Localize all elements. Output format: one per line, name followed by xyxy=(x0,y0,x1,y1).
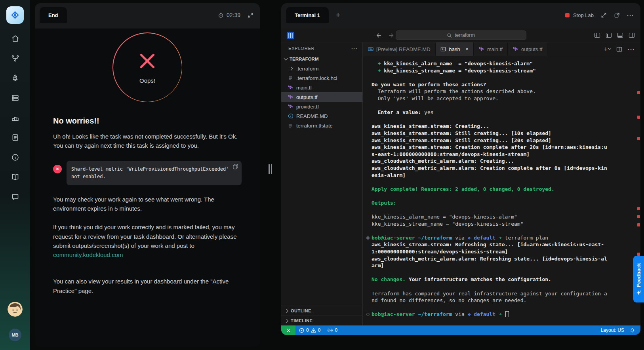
terminal-line: Terraform will perform the actions descr… xyxy=(372,88,609,95)
chevron-down-icon xyxy=(284,56,288,60)
chat-icon[interactable] xyxy=(11,192,19,201)
terminal-line xyxy=(372,227,609,234)
file-.terraform[interactable]: .terraform xyxy=(281,64,362,73)
file-provider.tf[interactable]: provider.tf xyxy=(281,102,362,111)
tab-end[interactable]: End xyxy=(40,7,67,23)
open-in-new-icon[interactable] xyxy=(614,12,620,18)
sidebar-bottom: MB xyxy=(8,302,23,341)
tab-bash[interactable]: bash× xyxy=(436,42,474,56)
explorer-bottom-sections: OUTLINETIMELINE xyxy=(281,306,362,325)
toggle-sidebar-icon[interactable] xyxy=(606,32,612,38)
command-decoration-icon xyxy=(366,313,370,316)
terraform-icon xyxy=(513,47,518,52)
leaderboard-icon[interactable] xyxy=(11,113,19,122)
terminal-output[interactable]: + kke_kinesis_alarm_name = "devops-kines… xyxy=(363,56,640,325)
bell-icon[interactable] xyxy=(630,328,635,333)
terminal-line xyxy=(372,116,609,123)
feedback-button[interactable]: Feedback xyxy=(633,256,644,302)
close-icon[interactable]: × xyxy=(465,46,469,52)
ruler-mark xyxy=(637,137,640,140)
book-icon[interactable] xyxy=(11,173,19,181)
vscode-menu-icon[interactable] xyxy=(287,32,294,39)
warning-count-icon xyxy=(311,328,316,333)
chevron-right-icon xyxy=(288,67,293,70)
terminal-line: aws_kinesis_stream.stream: Still creatin… xyxy=(372,137,609,144)
rocket-icon[interactable] xyxy=(11,74,19,82)
terminal-line: aws_kinesis_stream.stream: Still creatin… xyxy=(372,130,609,137)
terminal-line xyxy=(372,283,609,290)
terminal-line: + kke_kinesis_alarm_name = "devops-kines… xyxy=(372,60,609,67)
search-icon xyxy=(447,33,452,38)
remote-indicator[interactable] xyxy=(281,325,295,335)
layout-controls xyxy=(594,32,635,38)
tab-terminal-1[interactable]: Terminal 1 xyxy=(286,7,329,23)
file-main.tf[interactable]: main.tf xyxy=(281,83,362,92)
layout-indicator[interactable]: Layout: US xyxy=(601,327,624,333)
sidebar: MB xyxy=(0,0,30,350)
task-panel-header: End 02:39 xyxy=(35,3,260,29)
expand-icon[interactable] xyxy=(248,12,253,18)
tab-actions: + ··· xyxy=(598,42,640,56)
panel-resize-handle[interactable] xyxy=(269,164,273,174)
terminal-line xyxy=(372,192,609,200)
oops-circle: Oops! xyxy=(112,32,182,102)
tab-outputs.tf[interactable]: outputs.tf xyxy=(508,42,547,56)
file-.terraform.lock.hcl[interactable]: .terraform.lock.hcl xyxy=(281,73,362,83)
terminal-line: Apply complete! Resources: 2 added, 0 ch… xyxy=(372,186,609,193)
community-link[interactable]: community.kodekloud.com xyxy=(53,251,123,258)
info-circle-icon xyxy=(288,113,293,119)
editor-more-icon[interactable]: ··· xyxy=(628,46,635,53)
task-panel: End 02:39 xyxy=(35,3,260,347)
chevron-right-icon xyxy=(285,309,289,313)
terminal-line xyxy=(372,74,609,81)
user-initials-badge[interactable]: MB xyxy=(9,329,21,341)
forward-arrow-icon[interactable] xyxy=(388,32,394,38)
clock-icon xyxy=(218,12,224,18)
tree-root-terraform[interactable]: TERRAFORM xyxy=(281,54,362,64)
ruler-mark xyxy=(637,116,640,119)
problems-indicator[interactable]: 0 0 xyxy=(295,325,324,335)
kodekloud-logo[interactable] xyxy=(6,6,24,24)
more-options-icon[interactable]: ··· xyxy=(627,12,634,19)
file-terraform.tfstate[interactable]: terraform.tfstate xyxy=(281,121,362,130)
copy-icon[interactable] xyxy=(232,164,238,169)
terminal-line: Enter a value: yes xyxy=(372,109,609,116)
error-badge-icon: × xyxy=(53,165,62,173)
section-timeline[interactable]: TIMELINE xyxy=(281,316,362,325)
section-outline[interactable]: OUTLINE xyxy=(281,306,362,316)
flow-icon[interactable] xyxy=(11,54,19,63)
stop-lab-label: Stop Lab xyxy=(573,12,594,18)
command-center-search[interactable]: terraform xyxy=(396,30,526,40)
toggle-secondary-sidebar-icon[interactable] xyxy=(629,32,635,38)
status-bar: 0 0 0 Layout: US xyxy=(281,325,640,335)
back-arrow-icon[interactable] xyxy=(376,32,382,38)
new-terminal-icon[interactable]: + xyxy=(336,7,340,23)
tab-preview-readme.md[interactable]: [Preview] README.MD xyxy=(363,42,436,56)
expand-icon[interactable] xyxy=(601,12,607,18)
server-icon[interactable] xyxy=(11,93,19,102)
report-icon[interactable] xyxy=(11,133,19,142)
explorer-more-icon[interactable]: ··· xyxy=(351,46,358,51)
sparkle-icon xyxy=(636,290,641,295)
new-editor-icon[interactable]: + xyxy=(604,46,611,53)
avatar-face-icon xyxy=(8,302,23,317)
home-icon[interactable] xyxy=(11,34,19,43)
task-para2: You may check your work again to see wha… xyxy=(53,195,242,213)
terminal-line xyxy=(372,304,609,311)
error-code-box: Shard-level metric 'WriteProvisionedThro… xyxy=(67,161,242,185)
tab-main.tf[interactable]: main.tf xyxy=(474,42,508,56)
customize-layout-icon[interactable] xyxy=(594,32,600,38)
toggle-panel-icon[interactable] xyxy=(617,32,623,38)
ports-indicator[interactable]: 0 xyxy=(324,325,341,335)
terminal-line xyxy=(372,269,609,276)
avatar[interactable] xyxy=(8,302,23,317)
file-readme.md[interactable]: README.MD xyxy=(281,111,362,121)
info-icon[interactable] xyxy=(11,153,19,162)
ruler-mark xyxy=(637,215,640,218)
stop-lab-button[interactable]: Stop Lab xyxy=(565,12,594,18)
ruler-mark xyxy=(637,91,640,94)
file-outputs.tf[interactable]: outputs.tf xyxy=(281,92,362,102)
app: MB End 02:39 xyxy=(0,0,644,350)
split-editor-icon[interactable] xyxy=(616,46,622,52)
remote-icon xyxy=(286,328,291,333)
